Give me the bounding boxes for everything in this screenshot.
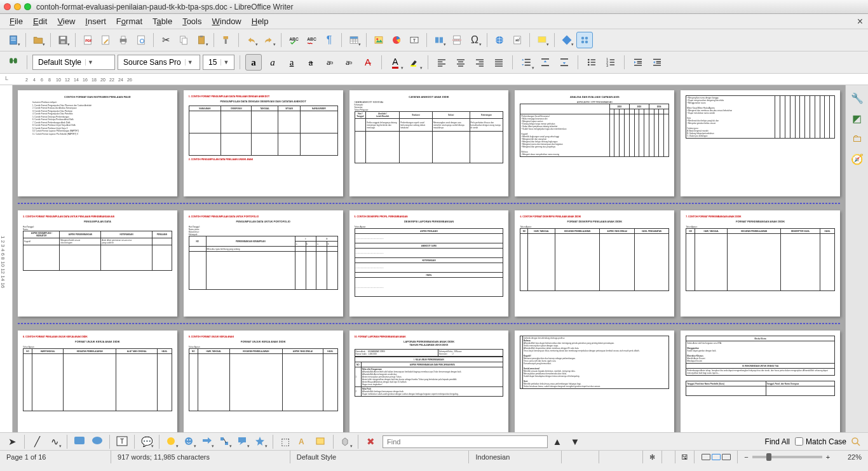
basic-shapes-tool-icon[interactable] bbox=[163, 433, 180, 450]
properties-panel-icon[interactable]: 🔧 bbox=[850, 90, 865, 106]
textbox-tool-icon[interactable]: T bbox=[114, 433, 130, 450]
gallery-panel-icon[interactable]: 🗀 bbox=[850, 131, 865, 146]
strikethrough-button[interactable]: a bbox=[302, 54, 319, 71]
horizontal-ruler[interactable]: L 2468101214161820222426 bbox=[0, 74, 868, 85]
minimize-window-icon[interactable] bbox=[14, 3, 21, 10]
status-save-icon[interactable]: 🖫 bbox=[675, 451, 695, 463]
close-findbar-icon[interactable]: ✖ bbox=[362, 433, 379, 450]
print-button[interactable] bbox=[115, 32, 132, 48]
save-button[interactable] bbox=[55, 32, 71, 48]
line-tool-icon[interactable]: ╱ bbox=[29, 433, 45, 450]
close-window-icon[interactable] bbox=[4, 3, 11, 10]
open-button[interactable] bbox=[30, 32, 46, 48]
document-area[interactable]: CONTOH FORMAT DAN INSTRUMEN PENILAIAN PA… bbox=[13, 85, 845, 432]
font-name-combo[interactable]: Source Sans Pro▼ bbox=[118, 55, 200, 70]
menu-view[interactable]: View bbox=[53, 15, 79, 27]
match-case-checkbox[interactable]: Match Case bbox=[795, 437, 846, 446]
symbol-shapes-tool-icon[interactable] bbox=[181, 433, 198, 450]
find-all-button[interactable]: Find All bbox=[761, 437, 794, 446]
insert-field-button[interactable] bbox=[431, 32, 447, 48]
zoom-slider[interactable]: − + bbox=[738, 451, 837, 463]
flowchart-tool-icon[interactable] bbox=[217, 433, 233, 450]
find-next-icon[interactable]: ▼ bbox=[567, 433, 583, 450]
edit-file-button[interactable] bbox=[97, 32, 114, 48]
status-style[interactable]: Default Style bbox=[290, 451, 470, 463]
callout-shapes-tool-icon[interactable] bbox=[234, 433, 251, 450]
maximize-window-icon[interactable] bbox=[24, 3, 31, 10]
clear-formatting-button[interactable]: A̶ bbox=[360, 54, 376, 71]
close-document-icon[interactable]: × bbox=[857, 16, 863, 27]
styles-panel-icon[interactable]: ◩ bbox=[850, 111, 865, 126]
font-size-combo[interactable]: 15▼ bbox=[203, 55, 234, 70]
bold-button[interactable]: a bbox=[245, 54, 262, 71]
arrow-shapes-tool-icon[interactable] bbox=[199, 433, 215, 450]
menu-insert[interactable]: Insert bbox=[81, 15, 111, 27]
italic-button[interactable]: a bbox=[264, 54, 281, 71]
insert-footnote-button[interactable]: ab1 bbox=[509, 32, 526, 48]
find-prev-icon[interactable]: ▲ bbox=[549, 433, 566, 450]
zoom-value[interactable]: 22% bbox=[837, 451, 868, 463]
insert-table-button[interactable] bbox=[346, 32, 362, 48]
status-selection-mode[interactable] bbox=[599, 451, 642, 463]
decrease-indent-button[interactable] bbox=[649, 54, 665, 71]
undo-button[interactable] bbox=[243, 32, 259, 48]
cut-button[interactable]: ✂ bbox=[158, 32, 174, 48]
bullet-list-button[interactable] bbox=[583, 54, 600, 71]
clone-formatting-button[interactable] bbox=[218, 32, 234, 48]
vertical-ruler[interactable]: 1 2 3 4 6 8 10 12 14 16 bbox=[0, 85, 13, 432]
extrusion-icon[interactable] bbox=[337, 433, 354, 450]
line-spacing-button[interactable] bbox=[518, 54, 534, 71]
underline-button[interactable]: a bbox=[283, 54, 300, 71]
para-space-decrease-button[interactable] bbox=[556, 54, 573, 71]
fontwork-icon[interactable]: A bbox=[295, 433, 311, 450]
new-button[interactable] bbox=[5, 32, 22, 48]
status-words[interactable]: 917 words; 11,985 characters bbox=[111, 451, 290, 463]
insert-symbol-button[interactable]: Ω bbox=[466, 32, 483, 48]
menu-format[interactable]: Format bbox=[112, 15, 147, 27]
para-space-increase-button[interactable] bbox=[537, 54, 553, 71]
insert-image-button[interactable] bbox=[370, 32, 387, 48]
insert-comment-button[interactable] bbox=[534, 32, 550, 48]
spellcheck-button[interactable]: ABC bbox=[285, 32, 302, 48]
font-color-button[interactable]: A bbox=[387, 54, 403, 71]
toggle-points-icon[interactable]: ⬚ bbox=[277, 433, 294, 450]
menu-file[interactable]: File bbox=[5, 15, 27, 27]
status-insert-mode[interactable] bbox=[562, 451, 599, 463]
paragraph-style-combo[interactable]: Default Style▼ bbox=[32, 55, 115, 70]
menu-help[interactable]: Help bbox=[247, 15, 273, 27]
align-center-button[interactable] bbox=[452, 54, 469, 71]
copy-button[interactable] bbox=[175, 32, 192, 48]
highlight-button[interactable] bbox=[406, 54, 423, 71]
insert-chart-button[interactable] bbox=[388, 32, 405, 48]
status-page[interactable]: Page 1 of 16 bbox=[0, 451, 111, 463]
curve-tool-icon[interactable]: ∿ bbox=[46, 433, 63, 450]
status-language[interactable]: Indonesian bbox=[469, 451, 562, 463]
view-layout-buttons[interactable] bbox=[695, 451, 738, 463]
formatting-marks-button[interactable]: ¶ bbox=[321, 32, 337, 48]
justify-button[interactable] bbox=[491, 54, 507, 71]
show-draw-functions-button[interactable] bbox=[576, 32, 593, 48]
align-left-button[interactable] bbox=[433, 54, 450, 71]
superscript-button[interactable]: ab bbox=[322, 54, 338, 71]
export-pdf-button[interactable]: PDF bbox=[79, 32, 96, 48]
from-file-icon[interactable] bbox=[313, 433, 329, 450]
find-replace-icon[interactable] bbox=[5, 54, 22, 71]
menu-tools[interactable]: Tools bbox=[178, 15, 206, 27]
star-shapes-tool-icon[interactable] bbox=[252, 433, 269, 450]
navigator-panel-icon[interactable]: 🧭 bbox=[850, 151, 865, 167]
increase-indent-button[interactable] bbox=[630, 54, 646, 71]
insert-hyperlink-button[interactable] bbox=[491, 32, 508, 48]
menu-edit[interactable]: Edit bbox=[29, 15, 51, 27]
callout-tool-icon[interactable]: 💬 bbox=[139, 433, 155, 450]
align-right-button[interactable] bbox=[471, 54, 488, 71]
number-list-button[interactable]: 123 bbox=[602, 54, 619, 71]
menu-table[interactable]: Table bbox=[148, 15, 177, 27]
find-options-icon[interactable] bbox=[848, 433, 864, 450]
find-input[interactable] bbox=[383, 435, 548, 448]
status-signature[interactable]: ✻ bbox=[643, 451, 662, 463]
insert-page-break-button[interactable] bbox=[449, 32, 465, 48]
auto-spellcheck-button[interactable]: ABC bbox=[303, 32, 320, 48]
menu-window[interactable]: Window bbox=[208, 15, 246, 27]
subscript-button[interactable]: ab bbox=[341, 54, 357, 71]
ellipse-tool-icon[interactable] bbox=[89, 433, 105, 450]
